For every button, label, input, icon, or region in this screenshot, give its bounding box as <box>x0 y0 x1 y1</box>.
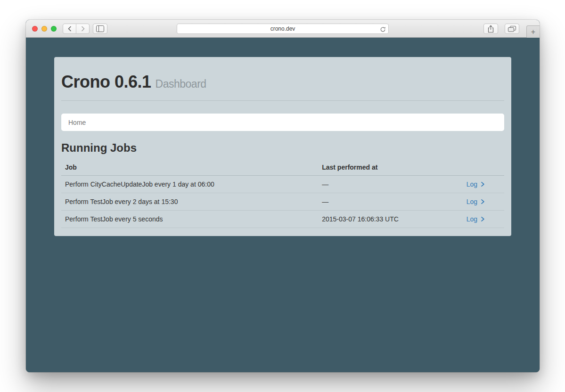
breadcrumb-item-home: Home <box>68 119 86 126</box>
table-row: Perform CityCacheUpdateJob every 1 day a… <box>61 176 504 193</box>
tabs-overview-icon <box>508 25 516 32</box>
last-performed-at: 2015-03-07 16:06:33 UTC <box>318 211 438 228</box>
show-all-tabs-button[interactable] <box>505 24 519 34</box>
page-header: Crono 0.6.1Dashboard <box>61 57 504 101</box>
back-button[interactable] <box>63 24 76 33</box>
share-icon <box>487 25 494 33</box>
log-link[interactable]: Log <box>467 180 485 188</box>
log-link[interactable]: Log <box>467 215 485 223</box>
safari-window: crono.dev + Crono 0.6.1Dashboard <box>26 20 540 372</box>
table-header-row: Job Last performed at <box>61 159 504 176</box>
share-button[interactable] <box>483 24 498 34</box>
last-performed-at: — <box>318 176 438 193</box>
browser-toolbar: crono.dev + <box>26 20 540 38</box>
minimize-window-button[interactable] <box>41 26 47 32</box>
log-link-label: Log <box>467 180 477 188</box>
chevron-right-icon <box>480 199 485 204</box>
last-performed-at: — <box>318 193 438 211</box>
table-row: Perform TestJob every 5 seconds 2015-03-… <box>61 211 504 228</box>
sidebar-icon <box>96 25 104 32</box>
col-header-job: Job <box>61 159 318 176</box>
chevron-right-icon <box>80 25 86 32</box>
window-controls <box>32 26 57 32</box>
history-navigation <box>63 24 90 34</box>
log-link[interactable]: Log <box>467 198 485 205</box>
job-name: Perform CityCacheUpdateJob every 1 day a… <box>61 176 318 193</box>
section-title: Running Jobs <box>61 141 504 155</box>
desktop: crono.dev + Crono 0.6.1Dashboard <box>0 0 565 392</box>
page-subtitle: Dashboard <box>156 78 206 90</box>
web-content: Crono 0.6.1Dashboard Home Running Jobs J… <box>26 38 540 372</box>
log-link-label: Log <box>467 215 477 223</box>
table-row: Perform TestJob every 2 days at 15:30 — … <box>61 193 504 211</box>
chevron-left-icon <box>66 25 73 32</box>
jobs-table: Job Last performed at Perform CityCacheU… <box>61 159 504 228</box>
chevron-right-icon <box>480 216 485 222</box>
reload-icon <box>380 26 386 33</box>
plus-icon: + <box>531 28 535 36</box>
breadcrumb: Home <box>61 114 504 131</box>
job-name: Perform TestJob every 5 seconds <box>61 211 318 228</box>
page-title: Crono 0.6.1Dashboard <box>61 72 504 92</box>
reload-button[interactable] <box>379 25 386 33</box>
address-bar[interactable]: crono.dev <box>177 24 389 34</box>
chevron-right-icon <box>480 181 485 187</box>
sidebar-toggle-button[interactable] <box>93 24 107 34</box>
close-window-button[interactable] <box>32 26 38 32</box>
col-header-last-performed: Last performed at <box>318 159 438 176</box>
new-tab-button[interactable]: + <box>526 25 540 38</box>
dashboard-panel: Crono 0.6.1Dashboard Home Running Jobs J… <box>54 57 511 236</box>
forward-button[interactable] <box>76 24 89 33</box>
zoom-window-button[interactable] <box>51 26 57 32</box>
app-title: Crono 0.6.1 <box>61 72 151 91</box>
url-text: crono.dev <box>270 25 295 32</box>
col-header-log <box>438 159 504 176</box>
job-name: Perform TestJob every 2 days at 15:30 <box>61 193 318 211</box>
log-link-label: Log <box>467 198 477 205</box>
